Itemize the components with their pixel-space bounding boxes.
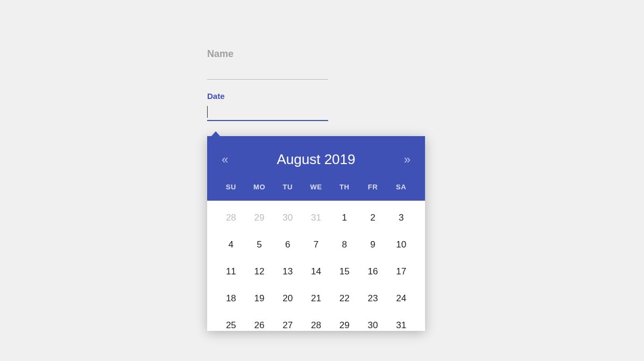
- day-cell[interactable]: 22: [330, 293, 359, 304]
- day-cell[interactable]: 13: [273, 266, 302, 277]
- day-cell[interactable]: 7: [302, 239, 330, 250]
- datepicker: « August 2019 » SU MO TU WE TH FR SA 282…: [207, 136, 425, 331]
- day-cell[interactable]: 31: [302, 213, 330, 223]
- day-cell[interactable]: 12: [245, 266, 274, 277]
- day-cell[interactable]: 1: [330, 213, 359, 223]
- day-cell[interactable]: 30: [359, 320, 387, 331]
- date-field: Date: [207, 91, 328, 121]
- day-cell[interactable]: 25: [217, 320, 245, 331]
- day-cell[interactable]: 2: [359, 213, 387, 223]
- day-cell[interactable]: 29: [245, 213, 274, 223]
- day-cell[interactable]: 23: [359, 293, 387, 304]
- day-cell[interactable]: 16: [359, 266, 387, 277]
- day-cell[interactable]: 8: [330, 239, 359, 250]
- text-caret: [207, 106, 208, 118]
- day-cell[interactable]: 11: [217, 266, 245, 277]
- day-cell[interactable]: 26: [245, 320, 274, 331]
- day-cell[interactable]: 10: [387, 239, 415, 250]
- day-cell[interactable]: 5: [245, 239, 274, 250]
- datepicker-header: « August 2019 » SU MO TU WE TH FR SA: [207, 136, 425, 201]
- datepicker-grid: 2829303112345678910111213141516171819202…: [217, 213, 415, 331]
- datepicker-nav: « August 2019 »: [217, 151, 415, 168]
- dow-mo: MO: [245, 183, 274, 191]
- day-cell[interactable]: 29: [330, 320, 359, 331]
- day-cell[interactable]: 21: [302, 293, 330, 304]
- form: Name Date: [207, 48, 328, 133]
- dow-sa: SA: [387, 183, 415, 191]
- day-cell[interactable]: 27: [273, 320, 302, 331]
- dow-we: WE: [302, 183, 330, 191]
- day-cell[interactable]: 24: [387, 293, 415, 304]
- datepicker-body: 2829303112345678910111213141516171819202…: [207, 201, 425, 331]
- dow-th: TH: [330, 183, 359, 191]
- dow-fr: FR: [359, 183, 387, 191]
- day-cell[interactable]: 28: [217, 213, 245, 223]
- next-month-button[interactable]: »: [399, 153, 415, 167]
- day-cell[interactable]: 9: [359, 239, 387, 250]
- date-label: Date: [207, 91, 328, 101]
- prev-month-button[interactable]: «: [217, 153, 233, 167]
- day-cell[interactable]: 3: [387, 213, 415, 223]
- day-cell[interactable]: 6: [273, 239, 302, 250]
- datepicker-title[interactable]: August 2019: [277, 151, 355, 168]
- day-of-week-row: SU MO TU WE TH FR SA: [217, 183, 415, 191]
- day-cell[interactable]: 20: [273, 293, 302, 304]
- name-field: Name: [207, 48, 328, 80]
- day-cell[interactable]: 18: [217, 293, 245, 304]
- day-cell[interactable]: 15: [330, 266, 359, 277]
- name-input[interactable]: [207, 64, 328, 80]
- datepicker-arrow-icon: [211, 131, 220, 136]
- day-cell[interactable]: 19: [245, 293, 274, 304]
- name-label: Name: [207, 48, 328, 60]
- dow-su: SU: [217, 183, 245, 191]
- day-cell[interactable]: 31: [387, 320, 415, 331]
- day-cell[interactable]: 30: [273, 213, 302, 223]
- date-input[interactable]: [207, 105, 328, 121]
- dow-tu: TU: [273, 183, 302, 191]
- day-cell[interactable]: 14: [302, 266, 330, 277]
- day-cell[interactable]: 17: [387, 266, 415, 277]
- day-cell[interactable]: 4: [217, 239, 245, 250]
- day-cell[interactable]: 28: [302, 320, 330, 331]
